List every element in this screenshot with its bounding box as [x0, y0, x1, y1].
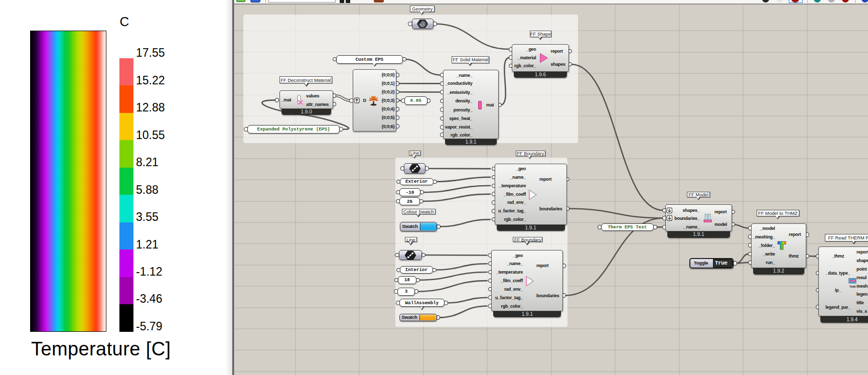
svg-text:THM: THM: [849, 285, 855, 288]
